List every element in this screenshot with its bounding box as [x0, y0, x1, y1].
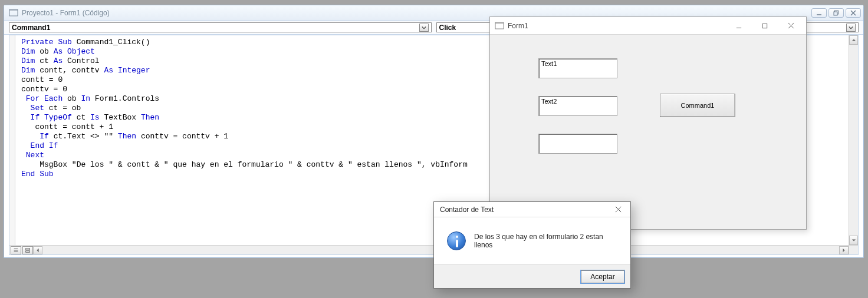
- svg-rect-15: [762, 24, 767, 28]
- horizontal-scrollbar[interactable]: [9, 245, 849, 254]
- procedure-view-icon[interactable]: [11, 246, 21, 254]
- svg-rect-4: [834, 12, 837, 15]
- scroll-corner: [849, 245, 858, 254]
- command1-button[interactable]: Command1: [660, 94, 735, 117]
- text3-input[interactable]: [538, 134, 617, 154]
- full-module-view-icon[interactable]: [22, 246, 33, 254]
- form1-title: Form1: [508, 22, 528, 30]
- code-window-title: Proyecto1 - Form1 (Código): [22, 9, 110, 17]
- vb-form-icon: [495, 21, 504, 31]
- scroll-left-icon[interactable]: [33, 246, 42, 254]
- minimize-button[interactable]: [726, 18, 752, 34]
- maximize-button[interactable]: [752, 18, 778, 34]
- messagebox-text: De los 3 que hay en el formulario 2 esta…: [474, 233, 621, 249]
- information-icon: [447, 231, 466, 250]
- chevron-down-icon: [419, 24, 429, 32]
- vb-form-icon: [9, 8, 18, 18]
- messagebox-title: Contador de Text: [440, 206, 494, 214]
- minimize-button[interactable]: [811, 8, 827, 18]
- close-button[interactable]: [846, 8, 861, 18]
- form1-window: Form1 Text1 Text2 Command1: [489, 16, 807, 230]
- form1-body: Text1 Text2 Command1: [490, 35, 806, 229]
- text1-input[interactable]: Text1: [538, 58, 617, 78]
- scroll-down-icon[interactable]: [849, 236, 858, 245]
- messagebox-body: De los 3 que hay en el formulario 2 esta…: [434, 217, 630, 264]
- svg-rect-10: [26, 248, 30, 250]
- ok-button[interactable]: Aceptar: [581, 270, 624, 283]
- scroll-right-icon[interactable]: [839, 246, 849, 254]
- scroll-up-icon[interactable]: [849, 35, 858, 45]
- object-combo[interactable]: Command1: [9, 22, 432, 32]
- object-combo-value: Command1: [12, 24, 419, 32]
- messagebox-footer: Aceptar: [434, 264, 630, 288]
- close-button[interactable]: [778, 18, 804, 34]
- svg-rect-13: [495, 22, 504, 24]
- svg-rect-11: [26, 250, 30, 252]
- messagebox-titlebar[interactable]: Contador de Text: [434, 202, 630, 217]
- form1-titlebar[interactable]: Form1: [490, 17, 806, 35]
- chevron-down-icon: [846, 24, 856, 32]
- svg-rect-1: [9, 9, 18, 11]
- restore-button[interactable]: [828, 8, 844, 18]
- code-gutter: [9, 35, 15, 254]
- messagebox: Contador de Text De los 3 que hay en el …: [433, 201, 631, 289]
- text2-input[interactable]: Text2: [538, 96, 617, 116]
- close-button[interactable]: [609, 203, 627, 216]
- vertical-scrollbar[interactable]: [849, 35, 858, 245]
